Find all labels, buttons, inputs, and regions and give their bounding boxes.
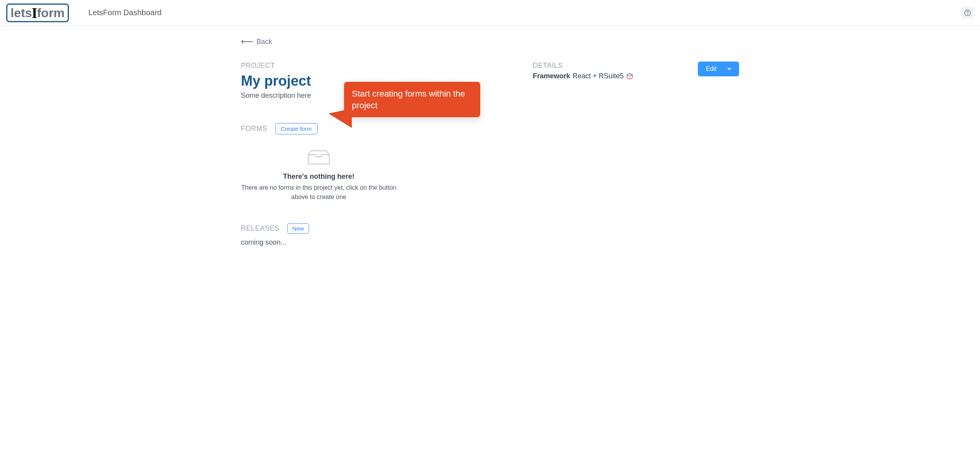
project-section-label: PROJECT: [241, 62, 517, 70]
create-form-button[interactable]: Create form: [275, 123, 318, 134]
callout-text: Start creating forms within the project: [352, 89, 465, 110]
svg-point-1: [968, 14, 968, 14]
releases-coming-soon: coming soon...: [241, 238, 517, 247]
framework-label: Framework: [533, 72, 570, 80]
back-label: Back: [256, 38, 272, 46]
logo[interactable]: lets I form: [6, 4, 69, 22]
back-link[interactable]: ⟵ Back: [241, 37, 272, 46]
edit-button[interactable]: Edit: [698, 62, 739, 76]
page-title: LetsForm Dashboard: [88, 8, 162, 17]
app-header: lets I form LetsForm Dashboard: [0, 0, 980, 26]
framework-value: React + RSuite5: [573, 72, 624, 80]
help-icon: [964, 9, 971, 16]
arrow-left-icon: ⟵: [241, 37, 253, 46]
forms-empty-state: There's nothing here! There are no forms…: [241, 150, 397, 202]
help-button[interactable]: [961, 7, 974, 19]
details-framework-row: Framework React + RSuite5: [533, 72, 633, 80]
forms-section-label: FORMS: [241, 125, 267, 133]
edit-button-label: Edit: [706, 65, 717, 72]
empty-state-title: There's nothing here!: [241, 173, 397, 181]
logo-cursor-icon: I: [32, 5, 37, 20]
caret-down-icon: [727, 68, 731, 70]
releases-section-label: RELEASES: [241, 224, 279, 233]
annotation-callout: Start creating forms within the project: [344, 82, 480, 117]
details-section-label: DETAILS: [533, 62, 633, 70]
rsuite-icon: [626, 73, 633, 80]
logo-lets: lets: [11, 7, 32, 19]
logo-form: form: [37, 7, 65, 19]
new-release-button[interactable]: New: [287, 223, 309, 234]
empty-box-icon: [241, 150, 397, 166]
empty-state-desc: There are no forms in this project yet, …: [241, 183, 397, 202]
